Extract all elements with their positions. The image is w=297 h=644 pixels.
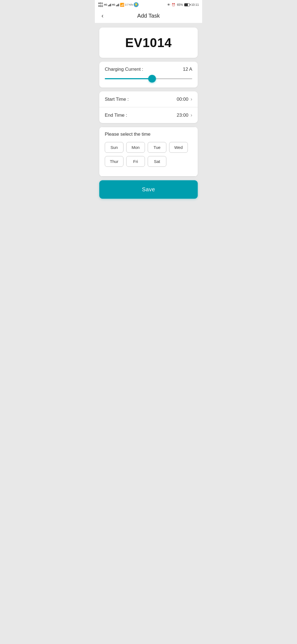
back-button[interactable]: ‹ — [99, 11, 106, 21]
day-selector-label: Please select the time — [105, 132, 192, 137]
bulb-icon: 💡 — [134, 2, 139, 7]
charging-slider-container[interactable] — [105, 76, 192, 81]
charging-current-value: 12 A — [183, 67, 192, 72]
start-time-row[interactable]: Start Time : 00:00 › — [99, 91, 198, 107]
end-time-label: End Time : — [105, 113, 127, 118]
signal-bars-1 — [108, 3, 111, 6]
header: ‹ Add Task — [95, 9, 202, 23]
charging-header: Charging Current : 12 A — [105, 67, 192, 72]
alarm-icon: ⏰ — [172, 3, 175, 7]
day-button-tue[interactable]: Tue — [148, 142, 166, 153]
status-bar: HD1HD2 4G 4G 📶 2.7 K/s 💡 👁 ⏰ 65% 10:11 — [95, 0, 202, 9]
day-button-wed[interactable]: Wed — [169, 142, 188, 153]
bottom-space — [99, 203, 198, 214]
battery-percent: 65% — [177, 3, 183, 6]
status-right: 👁 ⏰ 65% 10:11 — [167, 3, 199, 7]
day-button-sun[interactable]: Sun — [105, 142, 123, 153]
end-time-chevron-icon: › — [191, 112, 192, 118]
day-card-inner: Please select the time Sun Mon Tue Wed T… — [99, 127, 198, 175]
signal-4g-1: 4G — [104, 3, 107, 6]
save-button[interactable]: Save — [99, 180, 198, 199]
network-label: HD1HD2 — [98, 2, 103, 7]
ev-id-value: EV1014 — [125, 36, 172, 50]
day-card-divider-bottom — [99, 176, 198, 176]
day-button-sat[interactable]: Sat — [148, 156, 166, 167]
slider-fill — [105, 78, 152, 79]
end-time-value-container: 23:00 › — [177, 112, 192, 118]
charging-current-label: Charging Current : — [105, 67, 143, 72]
page-title: Add Task — [137, 13, 160, 19]
main-content: EV1014 Charging Current : 12 A Start Tim… — [95, 23, 202, 218]
day-selector-card: Please select the time Sun Mon Tue Wed T… — [99, 127, 198, 176]
slider-thumb[interactable] — [148, 75, 156, 83]
day-buttons-row-2: Thur Fri Sat — [105, 156, 192, 167]
speed-label: 2.7 K/s — [125, 3, 133, 6]
day-button-fri[interactable]: Fri — [126, 156, 145, 167]
start-time-value: 00:00 — [177, 97, 188, 102]
day-button-mon[interactable]: Mon — [126, 142, 145, 153]
status-left: HD1HD2 4G 4G 📶 2.7 K/s 💡 — [98, 2, 139, 7]
end-time-value: 23:00 — [177, 113, 188, 118]
start-time-chevron-icon: › — [191, 96, 192, 102]
start-time-label: Start Time : — [105, 97, 129, 102]
day-button-thur[interactable]: Thur — [105, 156, 123, 167]
signal-bars-2 — [116, 3, 119, 6]
day-buttons-row-1: Sun Mon Tue Wed — [105, 142, 192, 153]
eye-icon: 👁 — [167, 3, 170, 6]
battery-icon — [184, 3, 190, 6]
start-time-value-container: 00:00 › — [177, 96, 192, 102]
end-time-row[interactable]: End Time : 23:00 › — [99, 107, 198, 123]
ev-id-card: EV1014 — [99, 28, 198, 58]
wifi-icon: 📶 — [120, 3, 124, 7]
time-card: Start Time : 00:00 › End Time : 23:00 › — [99, 91, 198, 123]
charging-current-card: Charging Current : 12 A — [99, 62, 198, 88]
clock-time: 10:11 — [191, 3, 199, 6]
signal-4g-2: 4G — [112, 3, 115, 6]
